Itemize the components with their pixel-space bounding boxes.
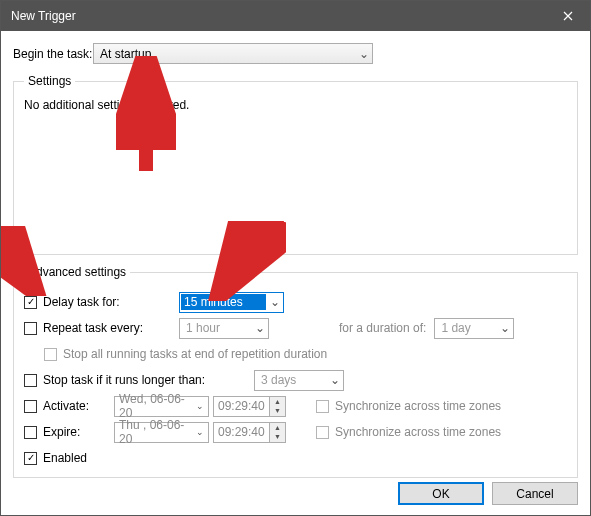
cancel-label: Cancel bbox=[516, 487, 553, 501]
button-bar: OK Cancel bbox=[1, 472, 590, 515]
spin-down-icon: ▼ bbox=[270, 432, 285, 442]
chevron-down-icon: ⌄ bbox=[497, 321, 513, 335]
activate-sync-label: Synchronize across time zones bbox=[335, 399, 501, 413]
repeat-row: Repeat task every: 1 hour ⌄ for a durati… bbox=[24, 315, 567, 341]
stop-repetition-checkbox bbox=[44, 348, 57, 361]
expire-time-spinner: ▲▼ bbox=[213, 422, 286, 443]
chevron-down-icon: ⌄ bbox=[196, 427, 204, 437]
dialog-content: Begin the task: At startup ⌄ Settings No… bbox=[1, 31, 590, 498]
delay-checkbox[interactable]: ✓ bbox=[24, 296, 37, 309]
repeat-label: Repeat task every: bbox=[43, 321, 143, 335]
enabled-checkbox[interactable]: ✓ bbox=[24, 452, 37, 465]
repeat-value: 1 hour bbox=[180, 321, 252, 335]
begin-label: Begin the task: bbox=[13, 47, 93, 61]
repeat-value-dropdown: 1 hour ⌄ bbox=[179, 318, 269, 339]
activate-time-input bbox=[214, 397, 269, 416]
window-title: New Trigger bbox=[11, 9, 76, 23]
close-button[interactable] bbox=[545, 1, 590, 31]
repeat-duration-value: 1 day bbox=[435, 321, 497, 335]
expire-date-value: Thu , 06-06-20 bbox=[119, 418, 196, 446]
begin-row: Begin the task: At startup ⌄ bbox=[13, 43, 578, 64]
advanced-legend: Advanced settings bbox=[24, 265, 130, 279]
repeat-duration-dropdown: 1 day ⌄ bbox=[434, 318, 514, 339]
expire-date: Thu , 06-06-20 ⌄ bbox=[114, 422, 209, 443]
stop-after-label: Stop task if it runs longer than: bbox=[43, 373, 205, 387]
activate-checkbox[interactable] bbox=[24, 400, 37, 413]
delay-value: 15 minutes bbox=[181, 294, 266, 310]
repeat-checkbox[interactable] bbox=[24, 322, 37, 335]
stop-after-row: Stop task if it runs longer than: 3 days… bbox=[24, 367, 567, 393]
cancel-button[interactable]: Cancel bbox=[492, 482, 578, 505]
chevron-down-icon: ⌄ bbox=[267, 295, 283, 309]
ok-button[interactable]: OK bbox=[398, 482, 484, 505]
spin-down-icon: ▼ bbox=[270, 406, 285, 416]
settings-body: No additional settings required. bbox=[24, 98, 567, 248]
advanced-fieldset: Advanced settings ✓ Delay task for: 15 m… bbox=[13, 265, 578, 478]
activate-label: Activate: bbox=[43, 399, 89, 413]
settings-message: No additional settings required. bbox=[24, 98, 189, 112]
spin-up-icon: ▲ bbox=[270, 397, 285, 407]
spin-up-icon: ▲ bbox=[270, 423, 285, 433]
titlebar: New Trigger bbox=[1, 1, 590, 31]
stop-repetition-row: Stop all running tasks at end of repetit… bbox=[24, 341, 567, 367]
spinner-buttons: ▲▼ bbox=[269, 423, 285, 442]
ok-label: OK bbox=[432, 487, 449, 501]
begin-task-dropdown[interactable]: At startup ⌄ bbox=[93, 43, 373, 64]
expire-sync-checkbox bbox=[316, 426, 329, 439]
chevron-down-icon: ⌄ bbox=[252, 321, 268, 335]
spinner-buttons: ▲▼ bbox=[269, 397, 285, 416]
stop-after-checkbox[interactable] bbox=[24, 374, 37, 387]
delay-label: Delay task for: bbox=[43, 295, 120, 309]
activate-row: Activate: Wed, 06-06-20 ⌄ ▲▼ Synchronize… bbox=[24, 393, 567, 419]
activate-date-value: Wed, 06-06-20 bbox=[119, 392, 196, 420]
delay-value-dropdown[interactable]: 15 minutes ⌄ bbox=[179, 292, 284, 313]
chevron-down-icon: ⌄ bbox=[356, 47, 372, 61]
stop-after-value: 3 days bbox=[255, 373, 327, 387]
stop-after-dropdown: 3 days ⌄ bbox=[254, 370, 344, 391]
expire-row: Expire: Thu , 06-06-20 ⌄ ▲▼ Synchronize … bbox=[24, 419, 567, 445]
delay-row: ✓ Delay task for: 15 minutes ⌄ bbox=[24, 289, 567, 315]
settings-fieldset: Settings No additional settings required… bbox=[13, 74, 578, 255]
expire-time-input bbox=[214, 423, 269, 442]
settings-legend: Settings bbox=[24, 74, 75, 88]
activate-time-spinner: ▲▼ bbox=[213, 396, 286, 417]
expire-checkbox[interactable] bbox=[24, 426, 37, 439]
chevron-down-icon: ⌄ bbox=[196, 401, 204, 411]
activate-date: Wed, 06-06-20 ⌄ bbox=[114, 396, 209, 417]
chevron-down-icon: ⌄ bbox=[327, 373, 343, 387]
enabled-row: ✓ Enabled bbox=[24, 445, 567, 471]
activate-sync-checkbox bbox=[316, 400, 329, 413]
expire-sync-label: Synchronize across time zones bbox=[335, 425, 501, 439]
enabled-label: Enabled bbox=[43, 451, 87, 465]
begin-task-value: At startup bbox=[94, 47, 356, 61]
stop-repetition-label: Stop all running tasks at end of repetit… bbox=[63, 347, 327, 361]
close-icon bbox=[563, 11, 573, 21]
repeat-duration-label: for a duration of: bbox=[339, 321, 426, 335]
expire-label: Expire: bbox=[43, 425, 80, 439]
